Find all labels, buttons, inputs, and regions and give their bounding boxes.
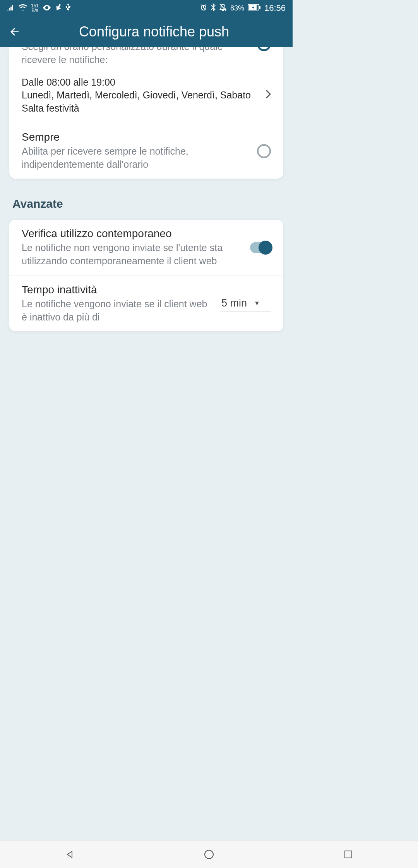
- chevrons-icon: [55, 4, 62, 13]
- chevron-right-icon: [265, 89, 271, 102]
- always-title: Sempre: [22, 131, 249, 143]
- concurrent-switch[interactable]: [250, 242, 271, 253]
- inactivity-row[interactable]: Tempo inattività Le notifiche vengono in…: [9, 276, 283, 332]
- caret-down-icon: ▼: [254, 300, 260, 307]
- wifi-icon: [19, 4, 27, 12]
- custom-schedule-option[interactable]: Scegli un orario personalizzato durante …: [9, 47, 283, 74]
- concurrent-usage-row[interactable]: Verifica utilizzo contemporaneo Le notif…: [9, 220, 283, 276]
- inactivity-desc: Le notifiche vengono inviate se il clien…: [22, 298, 213, 324]
- alarm-icon: [200, 4, 207, 13]
- schedule-detail-row[interactable]: Dalle 08:00 alle 19:00 Lunedì, Martedì, …: [9, 74, 283, 123]
- schedule-card: Scegli un orario personalizzato durante …: [9, 47, 283, 179]
- always-desc: Abilita per ricevere sempre le notifiche…: [22, 145, 249, 171]
- battery-icon: [248, 4, 260, 12]
- net-speed: 151 B/s: [31, 3, 39, 13]
- schedule-days: Lunedì, Martedì, Mercoledì, Giovedì, Ven…: [22, 89, 257, 102]
- schedule-holidays: Salta festività: [22, 102, 257, 115]
- svg-rect-3: [259, 6, 260, 9]
- radio-custom-selected[interactable]: [257, 47, 271, 51]
- radio-always[interactable]: [257, 144, 271, 158]
- app-header: Configura notifiche push: [0, 16, 293, 47]
- concurrent-title: Verifica utilizzo contemporaneo: [22, 227, 242, 240]
- custom-schedule-desc: Scegli un orario personalizzato durante …: [22, 47, 249, 67]
- advanced-card: Verifica utilizzo contemporaneo Le notif…: [9, 220, 283, 331]
- schedule-hours: Dalle 08:00 alle 19:00: [22, 76, 257, 89]
- battery-percent: 83%: [230, 4, 244, 12]
- usb-icon: [66, 3, 70, 13]
- inactivity-value: 5 min: [221, 297, 247, 309]
- clock-text: 16:56: [264, 3, 286, 13]
- mute-icon: [219, 3, 226, 13]
- concurrent-desc: Le notifiche non vengono inviate se l'ut…: [22, 241, 242, 268]
- inactivity-select[interactable]: 5 min ▼: [221, 295, 271, 312]
- always-option[interactable]: Sempre Abilita per ricevere sempre le no…: [9, 123, 283, 179]
- inactivity-title: Tempo inattività: [22, 284, 213, 296]
- eye-icon: [43, 4, 51, 12]
- status-bar: 151 B/s 83% 16:56: [0, 0, 293, 16]
- signal-icon: [7, 4, 15, 12]
- section-advanced: Avanzate: [12, 197, 280, 210]
- bluetooth-icon: [211, 3, 216, 13]
- page-title: Configura notifiche push: [38, 24, 270, 40]
- back-button[interactable]: [7, 24, 22, 40]
